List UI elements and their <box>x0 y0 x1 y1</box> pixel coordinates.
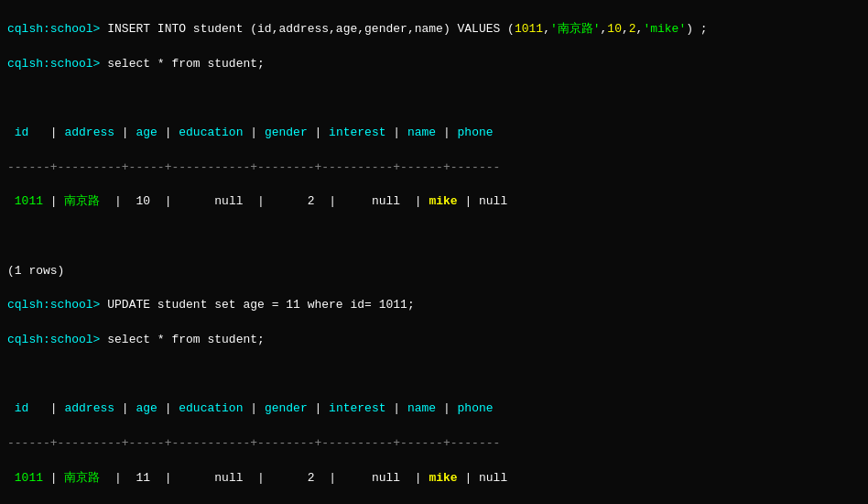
table-header-1: id | address | age | education | gender … <box>7 125 861 142</box>
line-insert: cqlsh:school> INSERT INTO student (id,ad… <box>7 21 861 38</box>
row-1: 1011 | 南京路 | 10 | null | 2 | null | mike… <box>7 193 861 211</box>
line-select-1: cqlsh:school> select * from student; <box>7 56 861 73</box>
row-2: 1011 | 南京路 | 11 | null | 2 | null | mike… <box>7 470 861 488</box>
divider-2: ------+---------+-----+-----------+-----… <box>7 435 861 453</box>
blank-2 <box>7 228 861 246</box>
terminal: cqlsh:school> INSERT INTO student (id,ad… <box>7 4 861 504</box>
table-header-2: id | address | age | education | gender … <box>7 400 861 418</box>
line-select-2: cqlsh:school> select * from student; <box>7 332 861 349</box>
divider-1: ------+---------+-----+-----------+-----… <box>7 159 861 177</box>
blank-1 <box>7 90 861 107</box>
rows-1: (1 rows) <box>7 263 861 280</box>
blank-3 <box>7 367 861 384</box>
line-update: cqlsh:school> UPDATE student set age = 1… <box>7 297 861 314</box>
